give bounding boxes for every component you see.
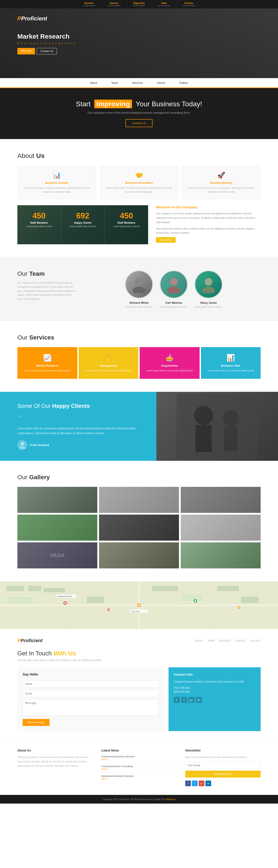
footer-nav-gallery[interactable]: GALLERY xyxy=(250,639,260,642)
footer-phone1: (701) 786 422 xyxy=(174,686,256,689)
services-grid: 📈 Market Research Lorem ipsum dolor sit … xyxy=(18,347,260,379)
stat-0-desc: Lorem ipsum dolor sit amet xyxy=(22,225,56,227)
footer-about-title: About Us xyxy=(18,749,93,752)
business-growth-icon: 📊 xyxy=(23,172,91,179)
team-member-2: Stacy Jones Lorem ipsum dolor sit amet..… xyxy=(194,270,223,308)
newsletter-email-input[interactable] xyxy=(185,762,260,769)
newsletter-subscribe-btn[interactable]: Subscribe Now xyxy=(185,771,260,778)
gallery-item-6[interactable]: VAGA xyxy=(18,542,97,568)
newsletter-linkedin-icon[interactable]: in xyxy=(205,781,211,786)
hero-whatwe-btn[interactable]: What We xyxy=(18,48,35,55)
team-members: Richard White Lorem ipsum dolor sit amet… xyxy=(87,270,260,308)
team-member-2-avatar xyxy=(194,270,223,299)
footer-contact-subtitle: You can also use a quick contact form be… xyxy=(18,659,260,662)
svg-rect-10 xyxy=(195,425,212,452)
topnav-item-1[interactable]: Annour Lorem ipsum xyxy=(102,0,127,8)
svg-point-11 xyxy=(223,410,239,426)
gallery-item-2[interactable] xyxy=(181,487,260,513)
gallery-item-5[interactable] xyxy=(181,515,260,540)
stat-2-label: Staff Members xyxy=(109,221,144,224)
service-3-desc: Lorem ipsum dolor sit consectetur adipis… xyxy=(205,369,257,372)
acquisitions-icon: 🥧 xyxy=(144,353,196,362)
footer-news-list: Professional Business Services Aug 11 Cr… xyxy=(102,755,177,780)
form-message-input[interactable] xyxy=(23,700,159,716)
welcome-readmore-btn[interactable]: Read More xyxy=(156,237,175,243)
footer-top: PProficient ABOUT TEAM SERVICES CLIENTS … xyxy=(0,629,278,740)
inner-nav-clients[interactable]: Clients xyxy=(150,78,172,87)
svg-rect-27 xyxy=(183,594,202,601)
stat-1: 692 Happy Clients Lorem ipsum dolor sit … xyxy=(61,205,105,244)
footer-bottom-cols: About Us This is great place to write mo… xyxy=(0,740,278,795)
gallery-item-7[interactable] xyxy=(99,542,179,568)
about-cards: 📊 Business Growth Lorem ipsum dolor sit … xyxy=(18,166,260,199)
gallery-item-1[interactable] xyxy=(99,487,179,513)
hero-cta-heading: Start Improving Your Business Today! xyxy=(0,100,278,108)
footer-address: Complete Business Address, 12th Street, … xyxy=(174,680,256,684)
service-1-desc: Lorem ipsum dolor sit consectetur adipis… xyxy=(83,369,135,372)
footer-very-bottom: Copyright 2017 Proficient. All Rights Re… xyxy=(0,795,278,804)
quote-icon: " xyxy=(18,414,139,425)
team-description: Our company is one of the world's leadin… xyxy=(18,281,78,301)
service-card-3: 📊 Business Plan Lorem ipsum dolor sit co… xyxy=(201,347,261,379)
map-section: Business District City Center xyxy=(0,581,278,629)
footer-nav-about[interactable]: ABOUT xyxy=(195,639,203,642)
gallery-title: Our Gallery xyxy=(18,474,260,481)
topnav-item-3[interactable]: Vitae Lorem ipsum xyxy=(151,0,176,8)
gallery-item-4[interactable] xyxy=(99,515,179,540)
twitter-icon[interactable]: t xyxy=(181,697,187,703)
topnav-item-2[interactable]: Dignissim Lorem ipsum xyxy=(127,0,151,8)
topnav-item-4[interactable]: Faceles Lorem ipsum xyxy=(176,0,201,8)
svg-point-4 xyxy=(204,278,212,286)
say-hello-heading: Say Hello xyxy=(23,673,159,676)
inner-nav-about[interactable]: About xyxy=(83,78,104,87)
footer-nav-services[interactable]: SERVICES xyxy=(219,639,231,642)
about-card-1: 🤝 Business Innovation Lorem ipsum dolor … xyxy=(100,166,178,199)
stat-2: 450 Staff Members Lorem ipsum dolor sit … xyxy=(105,205,148,244)
hero-buttons: What We Contact Us xyxy=(18,48,260,55)
client-author-avatar xyxy=(18,440,27,450)
stat-2-desc: Lorem ipsum dolor sit amet xyxy=(109,225,144,227)
svg-point-2 xyxy=(170,278,177,286)
footer-form: Send Message xyxy=(23,680,159,726)
footer-nav-team[interactable]: TEAM xyxy=(208,639,215,642)
team-member-2-name: Stacy Jones xyxy=(194,301,223,304)
form-name-input[interactable] xyxy=(23,680,159,688)
design-by-link[interactable]: HiWayous xyxy=(165,798,176,801)
form-email-input[interactable] xyxy=(23,690,159,697)
gallery-item-0[interactable] xyxy=(18,487,97,513)
gallery-item-8[interactable] xyxy=(181,542,260,568)
gallery-grid: VAGA xyxy=(18,487,260,568)
gallery-item-3[interactable] xyxy=(18,515,97,540)
footer-info-title: Contact Info xyxy=(174,673,256,676)
about-card-0-title: Business Growth xyxy=(23,181,91,184)
service-3-title: Business Plan xyxy=(205,364,257,367)
client-author-row: Krish Sunland xyxy=(18,440,139,450)
linkedin-icon[interactable]: in xyxy=(196,697,202,703)
inner-nav-services[interactable]: Services xyxy=(125,78,150,87)
facebook-icon[interactable]: f xyxy=(174,697,180,703)
service-card-1: 👆 Management Lorem ipsum dolor sit conse… xyxy=(79,347,139,379)
team-member-1-name: Carl Melissa xyxy=(160,301,188,304)
form-send-btn[interactable]: Send Message xyxy=(23,719,50,726)
team-section: Our Team Our company is one of the world… xyxy=(0,257,278,321)
svg-point-0 xyxy=(135,278,143,286)
stat-0-num: 450 xyxy=(22,211,56,220)
newsletter-twitter-icon[interactable]: t xyxy=(192,781,198,786)
newsletter-facebook-icon[interactable]: f xyxy=(185,781,191,786)
svg-point-6 xyxy=(21,442,24,445)
hero-contact-btn[interactable]: Contact Us xyxy=(37,48,57,55)
stat-0-label: Staff Members xyxy=(22,221,56,224)
topnav-item-0[interactable]: Hoomes Lorem ipsum xyxy=(77,0,102,8)
footer-nav-clients[interactable]: CLIENTS xyxy=(235,639,245,642)
team-title: Our Team xyxy=(18,270,78,277)
inner-nav-gallery[interactable]: Gallery xyxy=(172,78,195,87)
inner-nav-team[interactable]: Team xyxy=(104,78,125,87)
newsletter-googleplus-icon[interactable]: g+ xyxy=(199,781,204,786)
googleplus-icon[interactable]: g+ xyxy=(189,697,195,703)
hero-cta-contact-btn[interactable]: Contact Us xyxy=(126,119,152,127)
svg-rect-24 xyxy=(6,597,33,603)
hero-section: PProficient Market Research B u s i n e … xyxy=(0,9,278,78)
footer-phone2: (605) 876 542 xyxy=(174,690,256,693)
svg-rect-8 xyxy=(176,394,258,459)
team-member-1-desc: Lorem ipsum dolor sit amet... xyxy=(160,306,188,308)
